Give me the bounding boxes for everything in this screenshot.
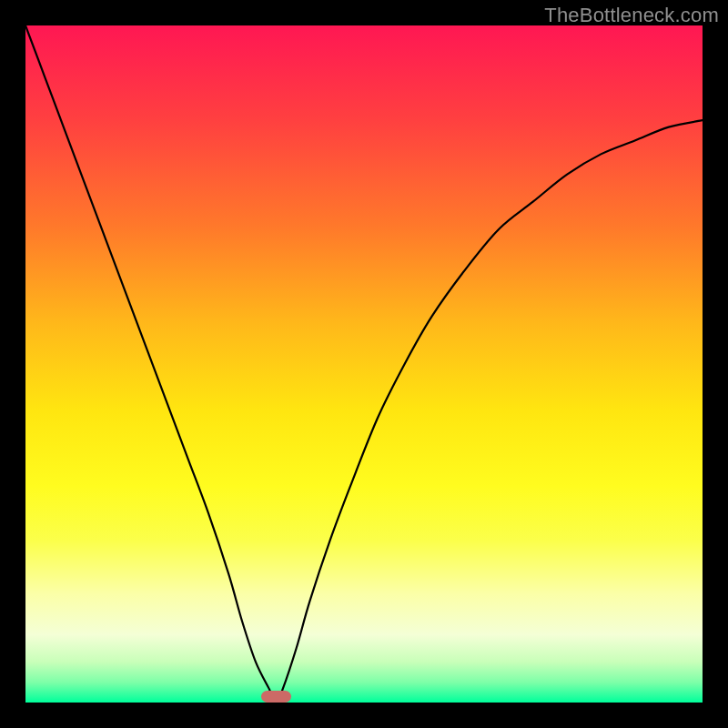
bottleneck-curve [25,25,703,703]
chart-frame: TheBottleneck.com [0,0,728,728]
optimum-marker [261,691,291,703]
plot-area [25,25,703,703]
watermark-text: TheBottleneck.com [544,4,719,27]
curve-svg [25,25,703,703]
